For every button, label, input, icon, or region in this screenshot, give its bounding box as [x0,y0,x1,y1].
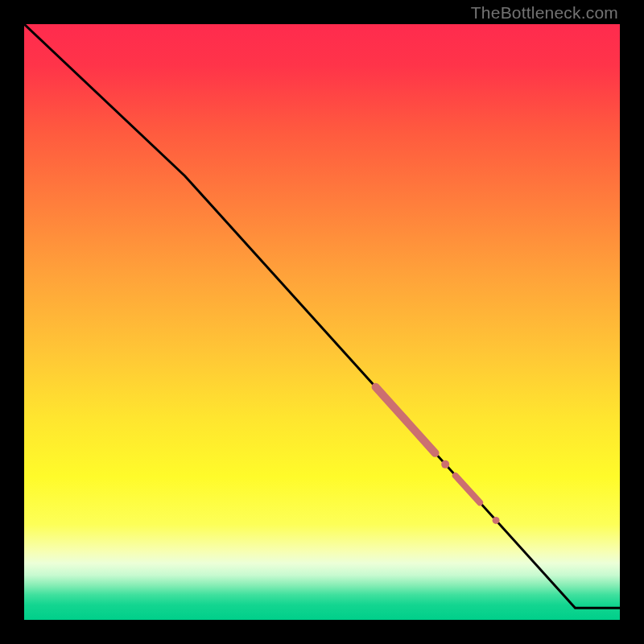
chart-stage: TheBottleneck.com [0,0,644,644]
plot-area [24,24,620,620]
watermark-text: TheBottleneck.com [471,3,618,23]
thick-segment-2 [456,476,480,502]
main-curve [24,24,620,608]
dot-2 [493,517,500,524]
marker-layer [376,387,500,524]
thick-segment-1 [376,387,436,453]
dot-1 [441,460,449,469]
curve-layer [24,24,620,620]
